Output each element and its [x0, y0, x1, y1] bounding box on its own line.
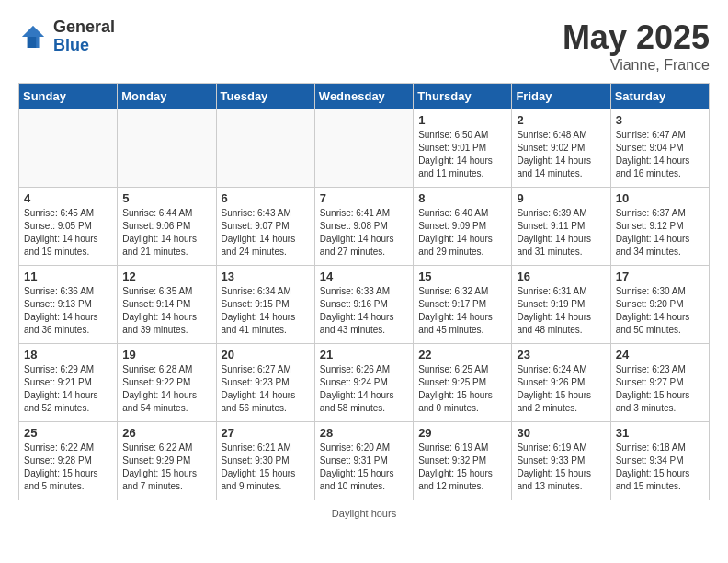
- logo-text: General Blue: [53, 18, 115, 55]
- day-info: Sunrise: 6:30 AM Sunset: 9:20 PM Dayligh…: [616, 285, 704, 337]
- day-info: Sunrise: 6:29 AM Sunset: 9:21 PM Dayligh…: [24, 363, 112, 415]
- day-of-week-header: Monday: [118, 84, 216, 109]
- day-of-week-header: Wednesday: [314, 84, 413, 109]
- calendar-table: SundayMondayTuesdayWednesdayThursdayFrid…: [18, 83, 710, 500]
- day-number: 25: [24, 426, 112, 440]
- day-info: Sunrise: 6:41 AM Sunset: 9:08 PM Dayligh…: [320, 207, 408, 259]
- day-number: 7: [320, 191, 408, 205]
- calendar-week-row: 4Sunrise: 6:45 AM Sunset: 9:05 PM Daylig…: [19, 188, 710, 266]
- calendar-cell: 3Sunrise: 6:47 AM Sunset: 9:04 PM Daylig…: [610, 109, 709, 188]
- day-info: Sunrise: 6:35 AM Sunset: 9:14 PM Dayligh…: [122, 285, 210, 337]
- calendar-cell: 27Sunrise: 6:21 AM Sunset: 9:30 PM Dayli…: [216, 422, 314, 500]
- day-number: 3: [616, 113, 704, 127]
- day-number: 14: [320, 270, 408, 283]
- day-info: Sunrise: 6:40 AM Sunset: 9:09 PM Dayligh…: [418, 207, 506, 259]
- day-info: Sunrise: 6:44 AM Sunset: 9:06 PM Dayligh…: [122, 207, 210, 259]
- logo-general: General: [53, 18, 115, 37]
- day-info: Sunrise: 6:47 AM Sunset: 9:04 PM Dayligh…: [616, 129, 704, 180]
- calendar-cell: 2Sunrise: 6:48 AM Sunset: 9:02 PM Daylig…: [512, 109, 610, 188]
- day-info: Sunrise: 6:20 AM Sunset: 9:31 PM Dayligh…: [320, 442, 408, 493]
- calendar-header-row: SundayMondayTuesdayWednesdayThursdayFrid…: [19, 84, 710, 109]
- day-number: 29: [418, 426, 506, 440]
- calendar-cell: [314, 109, 413, 188]
- calendar-cell: 21Sunrise: 6:26 AM Sunset: 9:24 PM Dayli…: [314, 344, 413, 422]
- day-of-week-header: Friday: [512, 84, 610, 109]
- calendar-cell: 24Sunrise: 6:23 AM Sunset: 9:27 PM Dayli…: [610, 344, 709, 422]
- calendar-week-row: 11Sunrise: 6:36 AM Sunset: 9:13 PM Dayli…: [19, 266, 710, 344]
- day-number: 9: [517, 191, 605, 205]
- calendar-cell: [19, 109, 118, 188]
- day-info: Sunrise: 6:23 AM Sunset: 9:27 PM Dayligh…: [616, 363, 704, 415]
- calendar-cell: 13Sunrise: 6:34 AM Sunset: 9:15 PM Dayli…: [216, 266, 314, 344]
- calendar-cell: 17Sunrise: 6:30 AM Sunset: 9:20 PM Dayli…: [610, 266, 709, 344]
- logo-blue-text: Blue: [53, 37, 115, 55]
- day-number: 17: [616, 270, 704, 283]
- calendar-cell: 11Sunrise: 6:36 AM Sunset: 9:13 PM Dayli…: [19, 266, 118, 344]
- calendar-cell: 12Sunrise: 6:35 AM Sunset: 9:14 PM Dayli…: [118, 266, 216, 344]
- day-number: 31: [616, 426, 704, 440]
- day-of-week-header: Thursday: [414, 84, 512, 109]
- calendar-cell: [216, 109, 314, 188]
- day-info: Sunrise: 6:37 AM Sunset: 9:12 PM Dayligh…: [616, 207, 704, 259]
- day-number: 21: [320, 348, 408, 362]
- calendar-week-row: 25Sunrise: 6:22 AM Sunset: 9:28 PM Dayli…: [19, 422, 710, 500]
- day-number: 24: [616, 348, 704, 362]
- calendar-cell: 10Sunrise: 6:37 AM Sunset: 9:12 PM Dayli…: [610, 188, 709, 266]
- day-info: Sunrise: 6:31 AM Sunset: 9:19 PM Dayligh…: [517, 285, 605, 337]
- calendar-cell: 25Sunrise: 6:22 AM Sunset: 9:28 PM Dayli…: [19, 422, 118, 500]
- footer-text: Daylight hours: [332, 508, 396, 519]
- day-number: 30: [517, 426, 605, 440]
- day-number: 18: [24, 348, 112, 362]
- day-info: Sunrise: 6:19 AM Sunset: 9:33 PM Dayligh…: [517, 442, 605, 493]
- calendar-cell: 4Sunrise: 6:45 AM Sunset: 9:05 PM Daylig…: [19, 188, 118, 266]
- day-info: Sunrise: 6:25 AM Sunset: 9:25 PM Dayligh…: [418, 363, 506, 415]
- day-number: 6: [222, 191, 310, 205]
- calendar-cell: [118, 109, 216, 188]
- calendar-cell: 22Sunrise: 6:25 AM Sunset: 9:25 PM Dayli…: [414, 344, 512, 422]
- day-number: 15: [418, 270, 506, 283]
- calendar-cell: 8Sunrise: 6:40 AM Sunset: 9:09 PM Daylig…: [414, 188, 512, 266]
- calendar-cell: 30Sunrise: 6:19 AM Sunset: 9:33 PM Dayli…: [512, 422, 610, 500]
- day-number: 5: [122, 191, 210, 205]
- day-number: 26: [122, 426, 210, 440]
- calendar-cell: 19Sunrise: 6:28 AM Sunset: 9:22 PM Dayli…: [118, 344, 216, 422]
- day-info: Sunrise: 6:22 AM Sunset: 9:29 PM Dayligh…: [122, 442, 210, 493]
- day-info: Sunrise: 6:28 AM Sunset: 9:22 PM Dayligh…: [122, 363, 210, 415]
- calendar-cell: 1Sunrise: 6:50 AM Sunset: 9:01 PM Daylig…: [414, 109, 512, 188]
- day-info: Sunrise: 6:21 AM Sunset: 9:30 PM Dayligh…: [222, 442, 310, 493]
- day-number: 22: [418, 348, 506, 362]
- day-info: Sunrise: 6:34 AM Sunset: 9:15 PM Dayligh…: [222, 285, 310, 337]
- day-number: 2: [517, 113, 605, 127]
- day-info: Sunrise: 6:48 AM Sunset: 9:02 PM Dayligh…: [517, 129, 605, 180]
- day-info: Sunrise: 6:22 AM Sunset: 9:28 PM Dayligh…: [24, 442, 112, 493]
- calendar-cell: 29Sunrise: 6:19 AM Sunset: 9:32 PM Dayli…: [414, 422, 512, 500]
- logo: General Blue: [18, 18, 115, 55]
- month-title: May 2025: [563, 18, 710, 57]
- day-info: Sunrise: 6:27 AM Sunset: 9:23 PM Dayligh…: [222, 363, 310, 415]
- day-info: Sunrise: 6:43 AM Sunset: 9:07 PM Dayligh…: [222, 207, 310, 259]
- day-info: Sunrise: 6:33 AM Sunset: 9:16 PM Dayligh…: [320, 285, 408, 337]
- day-number: 16: [517, 270, 605, 283]
- page-header: General Blue May 2025 Vianne, France: [18, 18, 710, 74]
- calendar-cell: 5Sunrise: 6:44 AM Sunset: 9:06 PM Daylig…: [118, 188, 216, 266]
- calendar-week-row: 18Sunrise: 6:29 AM Sunset: 9:21 PM Dayli…: [19, 344, 710, 422]
- calendar-cell: 31Sunrise: 6:18 AM Sunset: 9:34 PM Dayli…: [610, 422, 709, 500]
- calendar-cell: 23Sunrise: 6:24 AM Sunset: 9:26 PM Dayli…: [512, 344, 610, 422]
- calendar-cell: 9Sunrise: 6:39 AM Sunset: 9:11 PM Daylig…: [512, 188, 610, 266]
- day-info: Sunrise: 6:26 AM Sunset: 9:24 PM Dayligh…: [320, 363, 408, 415]
- day-number: 19: [122, 348, 210, 362]
- day-number: 1: [418, 113, 506, 127]
- calendar-cell: 7Sunrise: 6:41 AM Sunset: 9:08 PM Daylig…: [314, 188, 413, 266]
- footer: Daylight hours: [18, 508, 710, 519]
- day-number: 10: [616, 191, 704, 205]
- day-number: 23: [517, 348, 605, 362]
- day-info: Sunrise: 6:45 AM Sunset: 9:05 PM Dayligh…: [24, 207, 112, 259]
- location-text: Vianne, France: [563, 57, 710, 74]
- day-info: Sunrise: 6:18 AM Sunset: 9:34 PM Dayligh…: [616, 442, 704, 493]
- day-info: Sunrise: 6:39 AM Sunset: 9:11 PM Dayligh…: [517, 207, 605, 259]
- day-info: Sunrise: 6:24 AM Sunset: 9:26 PM Dayligh…: [517, 363, 605, 415]
- calendar-cell: 14Sunrise: 6:33 AM Sunset: 9:16 PM Dayli…: [314, 266, 413, 344]
- day-info: Sunrise: 6:36 AM Sunset: 9:13 PM Dayligh…: [24, 285, 112, 337]
- day-info: Sunrise: 6:19 AM Sunset: 9:32 PM Dayligh…: [418, 442, 506, 493]
- calendar-cell: 6Sunrise: 6:43 AM Sunset: 9:07 PM Daylig…: [216, 188, 314, 266]
